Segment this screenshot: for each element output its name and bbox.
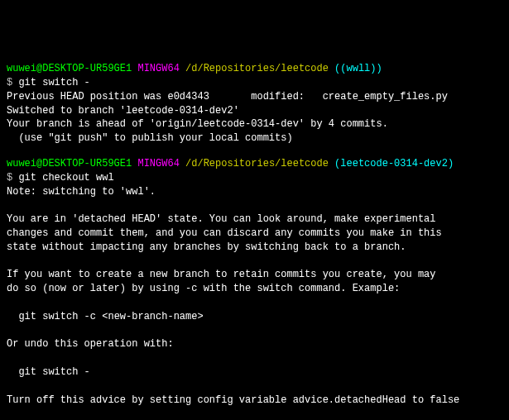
command-text: git checkout wwl — [18, 172, 113, 184]
output-line — [7, 324, 502, 338]
output-line: Your branch is ahead of 'origin/leetcode… — [7, 117, 502, 131]
output-line: You are in 'detached HEAD' state. You ca… — [7, 212, 502, 227]
prompt-shell: MINGW64 — [137, 158, 179, 169]
prompt-shell: MINGW64 — [137, 63, 179, 74]
prompt-user-host: wuwei@DESKTOP-UR59GE1 — [7, 63, 132, 74]
prompt-line: wuwei@DESKTOP-UR59GE1 MINGW64 /d/Reposit… — [7, 62, 502, 76]
output-line: git switch - — [7, 365, 502, 379]
output-line: Turn off this advice by setting config v… — [7, 394, 502, 408]
output-line: Switched to branch 'leetcode-0314-dev2' — [7, 104, 502, 118]
output-line: Or undo this operation with: — [7, 337, 502, 351]
output-line: If you want to create a new branch to re… — [7, 268, 502, 282]
output-line — [7, 296, 502, 310]
output-line — [7, 255, 502, 269]
command-text: git switch - — [18, 77, 89, 88]
output-line: (use "git push" to publish your local co… — [7, 131, 502, 146]
command-line: $ git switch - — [7, 76, 502, 90]
prompt-line: wuwei@DESKTOP-UR59GE1 MINGW64 /d/Reposit… — [7, 157, 502, 171]
prompt-branch: ((wwll)) — [334, 63, 382, 74]
prompt-symbol: $ — [7, 77, 18, 88]
output-line: Note: switching to 'wwl'. — [7, 185, 502, 199]
block-spacer — [7, 146, 502, 157]
terminal-output[interactable]: wuwei@DESKTOP-UR59GE1 MINGW64 /d/Reposit… — [7, 62, 502, 420]
prompt-path: /d/Repositories/leetcode — [185, 158, 329, 169]
prompt-branch: (leetcode-0314-dev2) — [334, 158, 454, 169]
output-line: git switch -c <new-branch-name> — [7, 310, 502, 324]
output-line — [7, 407, 502, 420]
output-line: changes and commit them, and you can dis… — [7, 227, 502, 241]
prompt-symbol: $ — [7, 172, 18, 184]
command-line: $ git checkout wwl — [7, 171, 502, 185]
output-line — [7, 198, 502, 212]
prompt-user-host: wuwei@DESKTOP-UR59GE1 — [7, 158, 132, 169]
output-line: do so (now or later) by using -c with th… — [7, 282, 502, 296]
prompt-path: /d/Repositories/leetcode — [185, 63, 329, 74]
output-line: state without impacting any branches by … — [7, 241, 502, 255]
output-line — [7, 379, 502, 394]
output-line — [7, 351, 502, 365]
output-line: Previous HEAD position was e0d4343 modif… — [7, 90, 502, 104]
